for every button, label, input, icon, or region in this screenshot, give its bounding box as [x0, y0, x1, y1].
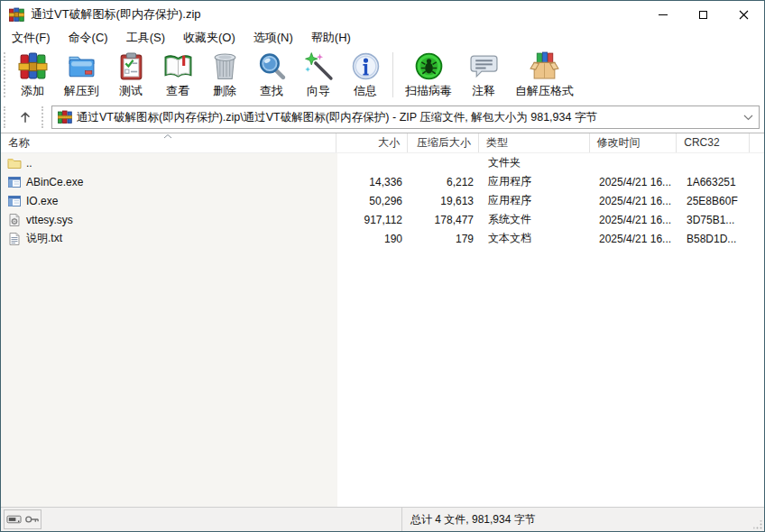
menu-item-file[interactable]: 文件(F) — [3, 28, 60, 48]
toolbar-button-virus-scan[interactable]: 扫描病毒 — [397, 50, 460, 100]
close-button[interactable] — [724, 1, 764, 28]
toolbar-label-find: 查找 — [260, 83, 283, 99]
file-packed: 6,212 — [410, 176, 481, 188]
close-icon — [739, 10, 749, 20]
menu-item-commands[interactable]: 命令(C) — [60, 28, 117, 48]
file-size: 917,112 — [337, 214, 410, 226]
toolbar-label-sfx: 自解压格式 — [515, 83, 574, 99]
file-packed: 178,477 — [410, 214, 481, 226]
toolbar-label-wizard: 向导 — [307, 83, 330, 99]
column-header-size[interactable]: 大小 — [336, 133, 409, 152]
file-modified: 2025/4/21 16... — [592, 233, 679, 245]
file-modified: 2025/4/21 16... — [592, 195, 679, 207]
resize-grip[interactable] — [753, 520, 762, 529]
menu-item-options[interactable]: 选项(N) — [244, 28, 302, 48]
minimize-button[interactable] — [642, 1, 683, 28]
status-drive-panel[interactable] — [4, 509, 41, 529]
extract-folder-icon — [67, 51, 97, 81]
menu-bar: 文件(F) 命令(C) 工具(S) 收藏夹(O) 选项(N) 帮助(H) — [1, 28, 764, 48]
up-arrow-icon — [18, 110, 32, 124]
file-row-readme-txt[interactable]: 说明.txt 190 179 文本文档 2025/4/21 16... B58D… — [1, 229, 764, 248]
toolbar-button-info[interactable]: 信息 — [342, 50, 389, 100]
toolbar-button-test[interactable]: 测试 — [107, 50, 154, 100]
window-title: 通过VT破解图标(即内存保护).zip — [31, 6, 201, 23]
file-crc: 3D75B1... — [679, 214, 752, 226]
toolbar-button-sfx[interactable]: 自解压格式 — [507, 50, 582, 100]
menu-item-tools[interactable]: 工具(S) — [117, 28, 174, 48]
column-header-crc32[interactable]: CRC32 — [677, 133, 750, 152]
file-crc: 25E8B60F — [679, 195, 752, 207]
info-icon — [351, 51, 381, 81]
winrar-logo-icon — [9, 7, 24, 23]
toolbar-label-view: 查看 — [166, 83, 189, 99]
maximize-button[interactable] — [683, 1, 724, 28]
file-modified: 2025/4/21 16... — [592, 214, 679, 226]
toolbar-button-find[interactable]: 查找 — [248, 50, 295, 100]
status-totals: 总计 4 文件, 981,934 字节 — [401, 508, 764, 531]
title-bar: 通过VT破解图标(即内存保护).zip — [1, 1, 764, 28]
toolbar-button-view[interactable]: 查看 — [154, 50, 201, 100]
column-header-name[interactable]: 名称 — [1, 133, 336, 152]
file-row-vttesy-sys[interactable]: vttesy.sys 917,112 178,477 系统文件 2025/4/2… — [1, 210, 764, 229]
toolbar-button-extract[interactable]: 解压到 — [56, 50, 107, 100]
status-bar: 总计 4 文件, 981,934 字节 — [1, 507, 764, 531]
column-header-filler — [750, 133, 764, 152]
file-name: 说明.txt — [26, 231, 62, 246]
dropdown-chevron-icon[interactable] — [743, 115, 753, 121]
file-row-io-exe[interactable]: IO.exe 50,296 19,613 应用程序 2025/4/21 16..… — [1, 191, 764, 210]
file-row-abince-exe[interactable]: ABinCe.exe 14,336 6,212 应用程序 2025/4/21 1… — [1, 172, 764, 191]
minimize-icon — [659, 14, 668, 15]
winrar-add-icon — [18, 51, 48, 81]
toolbar: 添加 解压到 测试 — [1, 48, 764, 102]
menu-item-favorites[interactable]: 收藏夹(O) — [174, 28, 244, 48]
toolbar-separator — [392, 52, 393, 97]
up-button[interactable] — [10, 105, 41, 129]
column-header-name-label: 名称 — [8, 136, 30, 149]
key-icon — [24, 514, 40, 525]
winrar-window: 通过VT破解图标(即内存保护).zip 文件(F) 命令(C) 工具(S) 收藏… — [0, 0, 765, 532]
toolbar-gripper[interactable] — [4, 52, 6, 97]
file-list: .. 文件夹 ABinCe.exe — [1, 153, 764, 507]
toolbar-label-add: 添加 — [21, 83, 44, 99]
application-icon — [7, 175, 22, 189]
comment-icon — [469, 51, 499, 81]
address-bar: 通过VT破解图标(即内存保护).zip\通过VT破解图标(即内存保护) - ZI… — [1, 102, 764, 133]
toolbar-button-wizard[interactable]: 向导 — [295, 50, 342, 100]
folder-icon — [7, 156, 22, 170]
file-size: 14,336 — [337, 176, 410, 188]
toolbar-label-comment: 注释 — [472, 83, 495, 99]
status-middle-panel — [41, 508, 401, 531]
file-name: .. — [26, 157, 32, 170]
file-list-header: 名称 大小 压缩后大小 类型 修改时间 CRC32 — [1, 133, 764, 153]
toolbar-button-comment[interactable]: 注释 — [460, 50, 507, 100]
toolbar-button-add[interactable]: 添加 — [9, 50, 56, 100]
menu-item-help[interactable]: 帮助(H) — [302, 28, 360, 48]
file-type: 文件夹 — [481, 155, 592, 170]
file-modified: 2025/4/21 16... — [592, 176, 679, 188]
column-header-packed[interactable]: 压缩后大小 — [408, 133, 479, 152]
toolbar-label-info: 信息 — [354, 83, 377, 99]
file-name: vttesy.sys — [26, 214, 73, 226]
address-combobox[interactable]: 通过VT破解图标(即内存保护).zip\通过VT破解图标(即内存保护) - ZI… — [51, 105, 760, 129]
maximize-icon — [699, 11, 707, 19]
file-crc: B58D1D... — [679, 233, 752, 245]
archive-icon — [58, 110, 72, 124]
column-header-modified[interactable]: 修改时间 — [590, 133, 677, 152]
address-gripper[interactable] — [4, 106, 6, 128]
file-type: 应用程序 — [481, 193, 592, 208]
toolbar-label-delete: 删除 — [213, 83, 236, 99]
drive-icon — [6, 514, 22, 525]
test-clipboard-icon — [116, 51, 146, 81]
column-header-type[interactable]: 类型 — [479, 133, 590, 152]
file-crc: 1A663251 — [679, 176, 752, 188]
file-type: 文本文档 — [481, 231, 592, 246]
text-file-icon — [7, 232, 22, 246]
combo-gripper[interactable] — [41, 106, 44, 128]
toolbar-label-virus-scan: 扫描病毒 — [405, 83, 452, 99]
file-type: 应用程序 — [481, 174, 592, 189]
toolbar-button-delete[interactable]: 删除 — [201, 50, 248, 100]
magnifier-icon — [257, 51, 287, 81]
file-size: 50,296 — [337, 195, 410, 207]
file-row-parent[interactable]: .. 文件夹 — [1, 153, 764, 172]
application-icon — [7, 194, 22, 208]
